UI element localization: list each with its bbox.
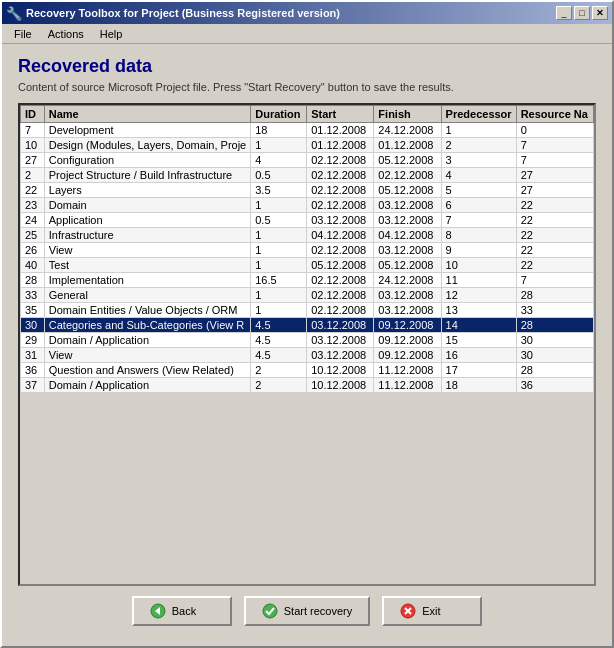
table-cell: 1 [441,123,516,138]
menu-bar: File Actions Help [2,24,612,44]
table-cell: 23 [21,198,45,213]
col-header-duration: Duration [251,106,307,123]
table-cell: 16 [441,348,516,363]
table-cell: 4.5 [251,318,307,333]
table-cell: 4 [251,153,307,168]
table-cell: View [44,348,250,363]
minimize-button[interactable]: _ [556,6,572,20]
table-row[interactable]: 33General102.12.200803.12.20081228 [21,288,594,303]
table-cell: 01.12.2008 [374,138,441,153]
table-cell: 30 [21,318,45,333]
table-cell: 09.12.2008 [374,348,441,363]
col-header-start: Start [307,106,374,123]
table-cell: 13 [441,303,516,318]
table-cell: 22 [516,198,593,213]
table-scroll-area[interactable]: ID Name Duration Start Finish Predecesso… [20,105,594,584]
check-icon [262,603,278,619]
table-cell: 11.12.2008 [374,378,441,393]
table-cell: 3.5 [251,183,307,198]
table-row[interactable]: 40Test105.12.200805.12.20081022 [21,258,594,273]
table-row[interactable]: 29Domain / Application4.503.12.200809.12… [21,333,594,348]
table-cell: 03.12.2008 [307,213,374,228]
table-cell: 31 [21,348,45,363]
table-header-row: ID Name Duration Start Finish Predecesso… [21,106,594,123]
data-table-container: ID Name Duration Start Finish Predecesso… [18,103,596,586]
table-cell: 02.12.2008 [307,303,374,318]
table-cell: 35 [21,303,45,318]
table-row[interactable]: 7Development1801.12.200824.12.200810 [21,123,594,138]
table-cell: 10.12.2008 [307,378,374,393]
table-cell: 28 [516,288,593,303]
table-cell: 28 [516,363,593,378]
table-row[interactable]: 27Configuration402.12.200805.12.200837 [21,153,594,168]
table-cell: 24.12.2008 [374,123,441,138]
table-cell: 02.12.2008 [307,198,374,213]
table-cell: 22 [516,243,593,258]
table-cell: 6 [441,198,516,213]
table-row[interactable]: 2Project Structure / Build Infrastructur… [21,168,594,183]
table-cell: 10 [441,258,516,273]
table-row[interactable]: 22Layers3.502.12.200805.12.2008527 [21,183,594,198]
app-icon: 🔧 [6,6,22,21]
data-table: ID Name Duration Start Finish Predecesso… [20,105,594,393]
table-cell: Domain Entities / Value Objects / ORM [44,303,250,318]
table-cell: 17 [441,363,516,378]
table-cell: 2 [251,378,307,393]
table-cell: Layers [44,183,250,198]
maximize-button[interactable]: □ [574,6,590,20]
col-header-finish: Finish [374,106,441,123]
table-row[interactable]: 28Implementation16.502.12.200824.12.2008… [21,273,594,288]
col-header-name: Name [44,106,250,123]
table-cell: 16.5 [251,273,307,288]
table-cell: 05.12.2008 [307,258,374,273]
table-cell: 27 [516,183,593,198]
title-bar: 🔧 Recovery Toolbox for Project (Business… [2,2,612,24]
table-row[interactable]: 37Domain / Application210.12.200811.12.2… [21,378,594,393]
table-cell: 22 [516,258,593,273]
table-row[interactable]: 24Application0.503.12.200803.12.2008722 [21,213,594,228]
table-row[interactable]: 30Categories and Sub-Categories (View R4… [21,318,594,333]
table-cell: 02.12.2008 [307,243,374,258]
close-button[interactable]: ✕ [592,6,608,20]
table-row[interactable]: 35Domain Entities / Value Objects / ORM1… [21,303,594,318]
table-cell: 7 [441,213,516,228]
table-row[interactable]: 31View4.503.12.200809.12.20081630 [21,348,594,363]
table-cell: 4.5 [251,348,307,363]
table-cell: 04.12.2008 [374,228,441,243]
table-row[interactable]: 26View102.12.200803.12.2008922 [21,243,594,258]
table-cell: 0.5 [251,168,307,183]
col-header-resource: Resource Na [516,106,593,123]
title-bar-left: 🔧 Recovery Toolbox for Project (Business… [6,6,340,21]
table-cell: 03.12.2008 [374,303,441,318]
table-cell: Design (Modules, Layers, Domain, Proje [44,138,250,153]
table-cell: 7 [516,138,593,153]
content-area: Recovered data Content of source Microso… [2,44,612,646]
table-cell: 03.12.2008 [374,213,441,228]
menu-actions[interactable]: Actions [40,26,92,42]
table-cell: 02.12.2008 [307,273,374,288]
table-cell: 05.12.2008 [374,183,441,198]
table-cell: 33 [516,303,593,318]
menu-help[interactable]: Help [92,26,131,42]
table-row[interactable]: 36Question and Answers (View Related)210… [21,363,594,378]
start-recovery-button[interactable]: Start recovery [244,596,370,626]
menu-file[interactable]: File [6,26,40,42]
table-cell: Project Structure / Build Infrastructure [44,168,250,183]
table-cell: 25 [21,228,45,243]
table-row[interactable]: 25Infrastructure104.12.200804.12.2008822 [21,228,594,243]
table-cell: 01.12.2008 [307,123,374,138]
table-row[interactable]: 23Domain102.12.200803.12.2008622 [21,198,594,213]
table-cell: 2 [251,363,307,378]
table-cell: 15 [441,333,516,348]
back-button[interactable]: Back [132,596,232,626]
exit-button[interactable]: Exit [382,596,482,626]
table-cell: 40 [21,258,45,273]
table-cell: 22 [516,228,593,243]
table-cell: 1 [251,228,307,243]
table-cell: 1 [251,258,307,273]
table-row[interactable]: 10Design (Modules, Layers, Domain, Proje… [21,138,594,153]
table-cell: 8 [441,228,516,243]
table-cell: 1 [251,288,307,303]
table-cell: 1 [251,243,307,258]
title-buttons: _ □ ✕ [556,6,608,20]
